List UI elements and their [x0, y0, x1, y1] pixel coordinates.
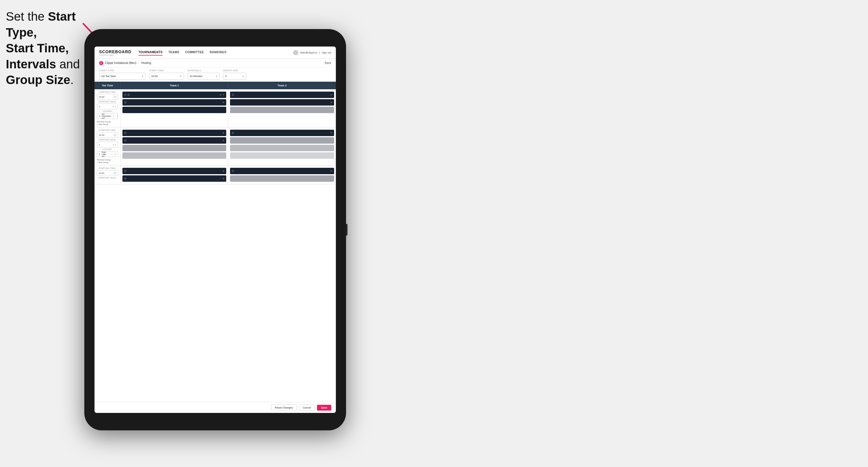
player-dot-3 — [124, 101, 126, 103]
tee-group-1-left: STARTING TIME: 10:00 🕐 STARTING HOLE: 1 … — [94, 89, 121, 127]
course-icon-2: 🏌 — [99, 153, 101, 155]
player-x-icon-5[interactable]: ✕ — [222, 132, 224, 134]
navbar: SCOREBOARD Powered by clippd TOURNAMENTS… — [94, 46, 336, 59]
nav-link-rankings[interactable]: RANKINGS — [210, 50, 226, 56]
logo-sub: Powered by clippd — [99, 54, 131, 56]
intervals-select[interactable]: 10 Minutes ▼ — [188, 73, 220, 80]
player-row-3-3 — [122, 145, 226, 151]
course-remove-2[interactable]: ✕ — [111, 153, 113, 155]
tee-group-1-team2: ✕ ✕ — [228, 89, 336, 127]
nav-right: blair@clippd.io | Sign out — [293, 50, 331, 55]
stepper-arrows-1: ▲▼ — [112, 105, 116, 107]
group-size-group: Group Size 3 ▼ — [223, 69, 246, 80]
player-dot-1 — [124, 94, 126, 96]
start-type-arrow-icon: ▼ — [142, 75, 144, 77]
th-team2: Team 2 — [228, 82, 336, 89]
nav-link-committee[interactable]: COMMITTEE — [185, 50, 204, 56]
start-time-value: 10:00 — [151, 75, 158, 77]
tee-group-3-team2: ✕ — [228, 165, 336, 184]
course-remove-1[interactable]: ✕ — [113, 115, 115, 117]
player-icons-3-2 — [124, 139, 126, 142]
sign-out-link[interactable]: Sign out — [321, 51, 331, 54]
player-row-2-1: ✕ — [230, 92, 334, 98]
tee-group-3: STARTING TIME: 10:20 🕐 STARTING HOLE: ✕ — [94, 165, 336, 184]
player-row-4-3 — [230, 145, 334, 151]
player-icons-1-2 — [124, 101, 126, 103]
player-x-icon-6[interactable]: ✕ — [222, 139, 224, 142]
nav-link-teams[interactable]: TEAMS — [168, 50, 179, 56]
cancel-button[interactable]: Cancel — [299, 404, 315, 411]
intervals-label: Intervals — [188, 69, 220, 72]
tablet-frame: SCOREBOARD Powered by clippd TOURNAMENTS… — [84, 29, 346, 430]
start-time-label: Start Time — [149, 69, 184, 72]
player-x-icon-9[interactable]: ✕ — [222, 177, 224, 180]
course-expand-1[interactable]: ▼ — [116, 115, 118, 117]
nav-link-tournaments[interactable]: TOURNAMENTS — [138, 50, 162, 56]
starting-hole-label-2: STARTING HOLE: — [97, 139, 118, 141]
player-x-icon-10[interactable]: ✕ — [330, 170, 332, 173]
starting-time-label-1: STARTING TIME: — [97, 91, 118, 93]
tournament-name[interactable]: Clippd Invitational (Men) — [105, 61, 136, 65]
player-x-icon-8[interactable]: ✕ — [222, 170, 224, 173]
player-x-icon-7[interactable]: ✕ — [330, 132, 332, 134]
clock-icon-2: 🕐 — [114, 134, 116, 136]
add-group-btn-2[interactable]: + Add Group — [97, 161, 118, 163]
player-row-5-1: ✕ — [122, 168, 226, 174]
table-header: Tee Time Team 1 Team 2 — [94, 82, 336, 89]
course-expand-2[interactable]: ▼ — [114, 153, 116, 155]
settings-row: Start Type 1st Tee Start ▼ Start Time 10… — [94, 67, 336, 82]
player-x-icon-2[interactable]: ✕ — [222, 101, 224, 104]
starting-time-input-2[interactable]: 10:10 🕐 — [97, 132, 118, 138]
start-time-select[interactable]: 10:00 🕐 — [149, 73, 184, 80]
player-dot-5 — [124, 132, 126, 134]
player-row-2-3 — [230, 107, 334, 113]
instruction-text: Set the Start Type, Start Time, Interval… — [6, 9, 87, 88]
player-x-icon-3[interactable]: ✕ — [330, 94, 332, 96]
group-size-select[interactable]: 3 ▼ — [223, 73, 246, 80]
player-row-4-4 — [230, 152, 334, 159]
tee-group-2-team2: ✕ — [228, 127, 336, 165]
player-x-icon-4[interactable]: ✕ — [330, 101, 332, 104]
start-type-label: Start Type — [99, 69, 146, 72]
course-badge-2: 🏌 East Lake GC ✕ ▼ — [97, 151, 118, 157]
th-team1: Team 1 — [121, 82, 228, 89]
player-dot-7 — [232, 132, 234, 134]
group-size-arrow-icon: ▼ — [242, 75, 244, 77]
add-group-btn-1[interactable]: + Add Group — [97, 123, 118, 125]
breadcrumb: Clippd Invitational (Men) › Hosting — [105, 61, 151, 65]
logo-area: SCOREBOARD Powered by clippd — [99, 50, 131, 56]
starting-hole-label-1: STARTING HOLE: — [97, 101, 118, 103]
tee-group-2-left: STARTING TIME: 10:10 🕐 STARTING HOLE: 1 … — [94, 127, 121, 165]
player-dot-6 — [124, 139, 126, 142]
player-expand-1[interactable]: ✕ — [223, 94, 224, 96]
starting-hole-stepper-1[interactable]: 1 ▲▼ — [97, 103, 118, 109]
user-email: blair@clippd.io — [300, 51, 317, 54]
course-badge-1: 🏌 (A) Peachtree GC ✕ ▼ — [97, 113, 118, 119]
remove-group-btn-1[interactable]: Remove Group — [97, 121, 118, 123]
player-x-icon-1[interactable]: ✕ — [220, 94, 222, 96]
player-icons-2-1 — [232, 94, 234, 96]
starting-hole-stepper-2[interactable]: 1 ▲▼ — [97, 142, 118, 148]
back-button[interactable]: Back — [325, 61, 331, 65]
tee-group-1: STARTING TIME: 10:00 🕐 STARTING HOLE: 1 … — [94, 89, 336, 127]
starting-hole-label-3: STARTING HOLE: — [97, 177, 118, 179]
start-type-select[interactable]: 1st Tee Start ▼ — [99, 73, 146, 80]
player-row-4-2 — [230, 137, 334, 144]
player-icons-6-1 — [232, 170, 234, 172]
player-row-3-4 — [122, 152, 226, 159]
remove-group-btn-2[interactable]: Remove Group — [97, 159, 118, 161]
save-button[interactable]: Save — [317, 405, 331, 411]
player-icons-4-1 — [232, 132, 234, 134]
section-name: Hosting — [141, 61, 151, 65]
bottom-bar: Reset Changes Cancel Save — [94, 402, 336, 413]
course-label-2: COURSE: — [97, 148, 118, 150]
group-size-label: Group Size — [223, 69, 246, 72]
starting-time-input-1[interactable]: 10:00 🕐 — [97, 94, 118, 100]
user-avatar — [293, 50, 298, 55]
tee-group-3-left: STARTING TIME: 10:20 🕐 STARTING HOLE: — [94, 165, 121, 184]
reset-changes-button[interactable]: Reset Changes — [271, 404, 297, 411]
player-row-3-2: ✕ — [122, 137, 226, 144]
starting-time-input-3[interactable]: 10:20 🕐 — [97, 170, 118, 176]
player-icons-5-1 — [124, 170, 126, 172]
tee-group-1-team1: ✕ ✕ ✕ — [121, 89, 228, 127]
